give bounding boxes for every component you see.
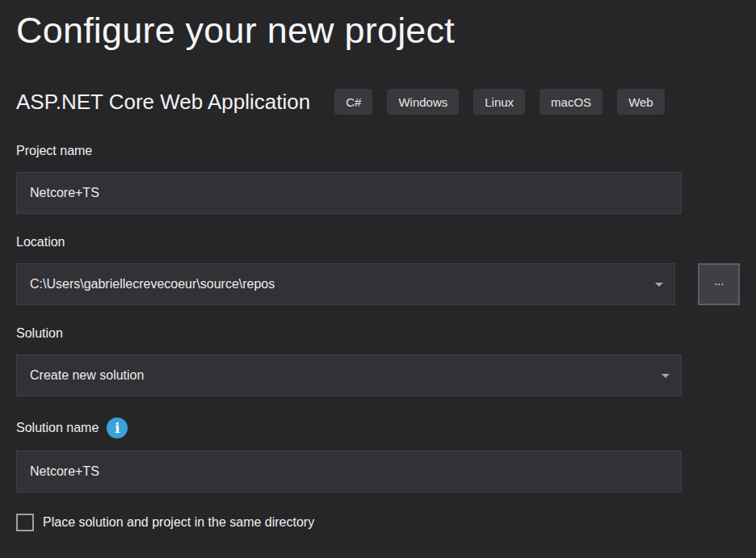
page-title: Configure your new project	[16, 8, 740, 53]
same-directory-label: Place solution and project in the same d…	[43, 515, 314, 530]
location-group: Location C:\Users\gabriellecrevecoeur\so…	[16, 235, 740, 305]
template-info-row: ASP.NET Core Web Application C# Windows …	[16, 89, 740, 115]
tag-csharp: C#	[334, 89, 372, 115]
location-label: Location	[16, 235, 740, 250]
solution-name-label-row: Solution name i	[16, 417, 740, 438]
solution-label: Solution	[16, 326, 740, 341]
template-name: ASP.NET Core Web Application	[16, 90, 310, 115]
location-value: C:\Users\gabriellecrevecoeur\source\repo…	[30, 277, 275, 292]
solution-group: Solution Create new solution	[16, 326, 740, 396]
tag-linux: Linux	[473, 89, 525, 115]
location-row: C:\Users\gabriellecrevecoeur\source\repo…	[16, 263, 740, 305]
project-name-input[interactable]	[16, 172, 682, 214]
tag-windows: Windows	[387, 89, 459, 115]
solution-name-label: Solution name	[16, 421, 99, 435]
tag-macos: macOS	[540, 89, 603, 115]
chevron-down-icon	[662, 374, 670, 378]
solution-name-input[interactable]	[16, 451, 682, 493]
browse-button[interactable]: ...	[698, 263, 740, 305]
solution-name-group: Solution name i	[16, 417, 740, 493]
tag-web: Web	[617, 89, 665, 115]
configure-project-dialog: Configure your new project ASP.NET Core …	[0, 0, 756, 531]
same-directory-checkbox[interactable]	[16, 514, 34, 531]
info-icon[interactable]: i	[107, 417, 128, 438]
project-name-label: Project name	[16, 144, 740, 158]
project-name-group: Project name	[16, 144, 740, 214]
solution-value: Create new solution	[30, 368, 144, 383]
chevron-down-icon	[655, 283, 663, 287]
location-combobox[interactable]: C:\Users\gabriellecrevecoeur\source\repo…	[16, 263, 675, 305]
same-directory-option: Place solution and project in the same d…	[16, 514, 740, 531]
solution-combobox[interactable]: Create new solution	[16, 355, 682, 396]
